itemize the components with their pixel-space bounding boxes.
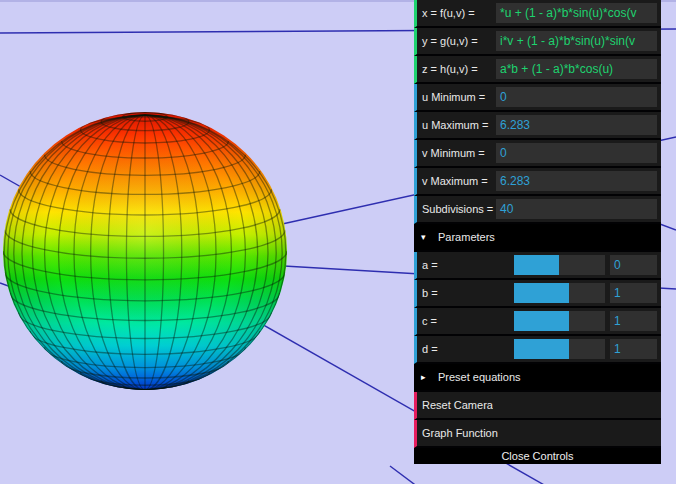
param-c-label: c = <box>417 315 514 327</box>
x-equation-label: x = f(u,v) = <box>417 7 496 19</box>
param-d-slider[interactable] <box>514 339 605 359</box>
row-reset-camera[interactable]: Reset Camera <box>414 392 661 420</box>
triangle-down-icon: ▾ <box>417 232 433 242</box>
v-maximum-label: v Maximum = <box>417 175 496 187</box>
subdivisions-input[interactable]: 40 <box>496 199 657 219</box>
param-d-slider-fill <box>514 339 569 359</box>
subdivisions-label: Subdivisions = <box>417 203 496 215</box>
preset-equations-folder-label: Preset equations <box>433 371 521 383</box>
reset-camera-label: Reset Camera <box>417 399 493 411</box>
row-u-maximum: u Maximum =6.283 <box>414 112 661 140</box>
u-minimum-label: u Minimum = <box>417 91 496 103</box>
param-d-value[interactable]: 1 <box>610 339 657 359</box>
row-graph-function[interactable]: Graph Function <box>414 420 661 448</box>
row-z-equation: z = h(u,v) =a*b + (1 - a)*b*cos(u) <box>414 56 661 84</box>
sphere-surface[interactable] <box>3 112 287 390</box>
param-a-slider-fill <box>514 255 559 275</box>
y-equation-input[interactable]: i*v + (1 - a)*b*sin(u)*sin(v <box>496 31 657 51</box>
param-a-label: a = <box>417 259 514 271</box>
row-v-minimum: v Minimum =0 <box>414 140 661 168</box>
triangle-right-icon: ▸ <box>417 372 433 382</box>
row-param-c: c =1 <box>414 308 661 336</box>
row-subdivisions: Subdivisions =40 <box>414 196 661 224</box>
u-maximum-input[interactable]: 6.283 <box>496 115 657 135</box>
row-parameters-folder[interactable]: ▾Parameters <box>414 224 661 252</box>
param-d-label: d = <box>417 343 514 355</box>
v-minimum-input[interactable]: 0 <box>496 143 657 163</box>
row-u-minimum: u Minimum =0 <box>414 84 661 112</box>
sphere-shading <box>3 112 287 390</box>
row-y-equation: y = g(u,v) =i*v + (1 - a)*b*sin(u)*sin(v <box>414 28 661 56</box>
v-maximum-input[interactable]: 6.283 <box>496 171 657 191</box>
z-equation-input[interactable]: a*b + (1 - a)*b*cos(u) <box>496 59 657 79</box>
row-preset-equations-folder[interactable]: ▸Preset equations <box>414 364 661 392</box>
app-window: x = f(u,v) =*u + (1 - a)*b*sin(u)*cos(vy… <box>0 0 676 484</box>
y-equation-label: y = g(u,v) = <box>417 35 496 47</box>
u-maximum-label: u Maximum = <box>417 119 496 131</box>
controls-panel: x = f(u,v) =*u + (1 - a)*b*sin(u)*cos(vy… <box>414 0 661 464</box>
u-minimum-input[interactable]: 0 <box>496 87 657 107</box>
row-param-b: b =1 <box>414 280 661 308</box>
param-b-label: b = <box>417 287 514 299</box>
param-b-slider[interactable] <box>514 283 605 303</box>
param-b-slider-fill <box>514 283 569 303</box>
param-a-slider[interactable] <box>514 255 605 275</box>
parameters-folder-label: Parameters <box>433 231 495 243</box>
param-a-value[interactable]: 0 <box>610 255 657 275</box>
v-minimum-label: v Minimum = <box>417 147 496 159</box>
close-controls-button[interactable]: Close Controls <box>414 448 661 464</box>
param-c-slider-fill <box>514 311 569 331</box>
graph-function-label: Graph Function <box>417 427 498 439</box>
param-b-value[interactable]: 1 <box>610 283 657 303</box>
row-x-equation: x = f(u,v) =*u + (1 - a)*b*sin(u)*cos(v <box>414 0 661 28</box>
row-param-a: a =0 <box>414 252 661 280</box>
row-v-maximum: v Maximum =6.283 <box>414 168 661 196</box>
x-equation-input[interactable]: *u + (1 - a)*b*sin(u)*cos(v <box>496 3 657 23</box>
param-c-slider[interactable] <box>514 311 605 331</box>
controller-rows: x = f(u,v) =*u + (1 - a)*b*sin(u)*cos(vy… <box>414 0 661 448</box>
z-equation-label: z = h(u,v) = <box>417 63 496 75</box>
row-param-d: d =1 <box>414 336 661 364</box>
param-c-value[interactable]: 1 <box>610 311 657 331</box>
